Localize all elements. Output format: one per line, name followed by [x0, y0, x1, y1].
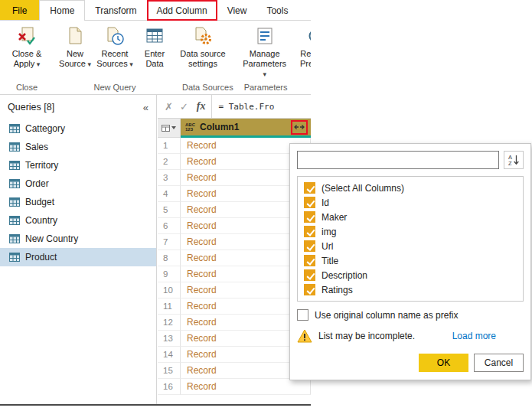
sort-button[interactable]: A Z — [504, 151, 524, 169]
record-link[interactable]: Record — [181, 379, 311, 395]
sidebar-item-budget[interactable]: Budget — [0, 193, 156, 211]
chevron-down-icon — [171, 126, 176, 129]
svg-text:Z: Z — [508, 160, 512, 167]
formula-input[interactable]: = Table.Fro — [212, 102, 274, 112]
option-maker[interactable]: Maker — [304, 210, 517, 224]
popup-buttons: OK Cancel — [297, 354, 524, 372]
fx-icon[interactable]: fx — [195, 100, 212, 113]
enter-data-button[interactable]: Enter Data — [135, 23, 175, 69]
tab-file[interactable]: File — [0, 0, 39, 21]
manage-parameters-button[interactable]: Manage Parameters — [241, 23, 289, 80]
recent-sources-button[interactable]: Recent Sources — [95, 23, 135, 69]
table-row: 7Record — [158, 234, 311, 250]
queries-title: Queries [8] — [8, 102, 54, 113]
expand-column-button[interactable] — [291, 120, 308, 135]
button-label: Close & — [12, 49, 42, 59]
option-description[interactable]: Description — [304, 268, 517, 282]
option-label: Title — [321, 256, 338, 266]
option-id[interactable]: Id — [304, 195, 517, 210]
tab-tools[interactable]: Tools — [256, 0, 298, 21]
power-query-window: File Home Transform Add Column View Tool… — [0, 0, 311, 406]
tab-add-column[interactable]: Add Column — [147, 0, 217, 21]
table-row: 16Record — [158, 379, 311, 395]
option-img[interactable]: img — [304, 224, 517, 239]
tab-home[interactable]: Home — [39, 0, 85, 21]
table-row: 1Record — [158, 138, 311, 154]
load-more-link[interactable]: Load more — [452, 331, 496, 341]
collapse-pane-icon[interactable] — [143, 102, 149, 113]
refresh-preview-icon — [305, 26, 311, 46]
mini-table-icon — [162, 125, 170, 132]
checkbox-checked-icon[interactable] — [304, 211, 315, 223]
popup-search-row: A Z — [297, 151, 524, 169]
column-header-column1[interactable]: ABC 123 Column1 — [181, 119, 311, 138]
checkbox-unchecked-icon[interactable] — [297, 309, 308, 321]
option-url[interactable]: Url — [304, 239, 517, 253]
sidebar-item-product[interactable]: Product — [0, 248, 156, 266]
ribbon-group-parameters: Manage Parameters Parameters — [241, 23, 291, 95]
commit-formula-icon[interactable]: ✓ — [180, 101, 195, 113]
sidebar-item-new-country[interactable]: New Country — [0, 230, 156, 248]
close-apply-button[interactable]: Close & Apply — [3, 23, 51, 69]
type-123: 123 — [185, 127, 195, 132]
data-source-settings-icon — [193, 26, 213, 46]
checkbox-checked-icon[interactable] — [304, 182, 315, 194]
query-name: New Country — [25, 233, 78, 244]
button-label: Source — [59, 59, 91, 69]
row-number: 13 — [158, 331, 181, 347]
button-label: Manage — [250, 49, 280, 59]
sidebar-item-sales[interactable]: Sales — [0, 138, 156, 156]
option-label: Ratings — [321, 285, 353, 295]
new-source-button[interactable]: New Source — [55, 23, 95, 69]
checkbox-checked-icon[interactable] — [304, 255, 315, 266]
query-name: Product — [25, 252, 57, 263]
cancel-button[interactable]: Cancel — [474, 354, 524, 372]
sidebar-item-territory[interactable]: Territory — [0, 156, 156, 175]
table-row: 4Record — [158, 186, 311, 202]
option-label: (Select All Columns) — [321, 183, 404, 194]
search-columns-input[interactable] — [297, 151, 499, 169]
refresh-preview-button[interactable]: Refresh Preview — [295, 23, 311, 69]
table-row: 13Record — [158, 331, 311, 347]
sidebar-item-country[interactable]: Country — [0, 211, 156, 230]
table-icon — [9, 142, 20, 152]
data-source-settings-button[interactable]: Data source settings — [179, 23, 227, 69]
button-label: Refresh — [300, 49, 311, 59]
checkbox-checked-icon[interactable] — [304, 269, 315, 281]
checkbox-checked-icon[interactable] — [304, 284, 315, 295]
option-select-all-columns[interactable]: (Select All Columns) — [304, 181, 517, 195]
ribbon-group-close: Close & Apply Close — [3, 23, 51, 95]
data-preview-grid: ABC 123 Column1 1Record 2Record 3Record … — [158, 119, 311, 395]
button-label: settings — [188, 59, 217, 69]
checkbox-checked-icon[interactable] — [304, 240, 315, 252]
group-label-parameters: Parameters — [241, 83, 291, 95]
sidebar-item-cattegory[interactable]: Cattegory — [0, 119, 156, 138]
sidebar-item-order[interactable]: Order — [0, 175, 156, 193]
option-label: Url — [321, 241, 333, 252]
option-title[interactable]: Title — [304, 253, 517, 268]
tab-transform[interactable]: Transform — [85, 0, 146, 21]
select-all-corner-button[interactable] — [158, 119, 181, 138]
row-number: 14 — [158, 347, 181, 363]
ok-button[interactable]: OK — [419, 354, 468, 372]
group-label-close: Close — [3, 83, 51, 95]
row-number: 3 — [158, 170, 181, 186]
prefix-option[interactable]: Use original column name as prefix — [297, 309, 524, 321]
button-label: Enter — [145, 49, 165, 59]
table-row: 9Record — [158, 266, 311, 282]
row-number: 15 — [158, 363, 181, 379]
row-number: 16 — [158, 379, 181, 395]
table-icon — [9, 124, 20, 133]
expand-arrows-icon — [294, 122, 305, 132]
checkbox-checked-icon[interactable] — [304, 197, 315, 208]
checkbox-checked-icon[interactable] — [304, 226, 315, 237]
row-number: 9 — [158, 266, 181, 282]
option-ratings[interactable]: Ratings — [304, 282, 517, 297]
table-icon — [9, 253, 20, 262]
cancel-formula-icon[interactable]: ✗ — [158, 101, 180, 113]
table-icon — [9, 179, 20, 188]
tab-view[interactable]: View — [217, 0, 257, 21]
manage-parameters-icon — [255, 26, 275, 46]
table-icon — [9, 234, 20, 243]
row-number: 2 — [158, 154, 181, 170]
